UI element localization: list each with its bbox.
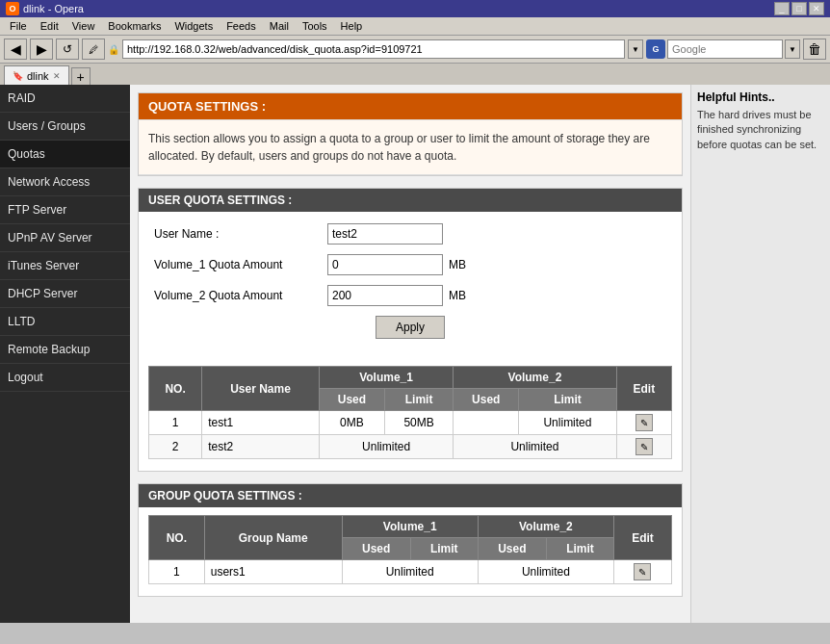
apply-button[interactable]: Apply [376, 316, 445, 339]
grow1-edit[interactable]: ✎ [613, 560, 671, 584]
user-quota-title: USER QUOTA SETTINGS : [148, 193, 292, 207]
menu-bookmarks[interactable]: Bookmarks [102, 19, 167, 33]
tab-close-button[interactable]: ✕ [53, 71, 61, 81]
volume2-unit: MB [449, 289, 466, 302]
quota-settings-title: QUOTA SETTINGS : [148, 99, 266, 114]
sidebar-item-logout[interactable]: Logout [0, 364, 130, 392]
row2-no: 2 [149, 435, 202, 459]
maximize-button[interactable]: □ [791, 2, 807, 15]
row1-v2-limit: Unlimited [519, 411, 616, 435]
address-input[interactable] [122, 39, 625, 59]
row2-edit[interactable]: ✎ [616, 435, 671, 459]
grow1-v1: Unlimited [342, 560, 478, 584]
address-lock-icon: 🔒 [108, 44, 119, 55]
browser-icon: O [6, 2, 19, 15]
minimize-button[interactable]: _ [774, 2, 790, 15]
quota-settings-header: QUOTA SETTINGS : [139, 93, 682, 119]
toolbar: ◀ ▶ ↺ 🖉 🔒 ▼ G ▼ 🗑 [0, 36, 830, 64]
address-dropdown[interactable]: ▼ [628, 39, 643, 59]
gcol-no: NO. [149, 516, 205, 560]
sidebar-item-users-groups[interactable]: Users / Groups [0, 113, 130, 141]
row1-no: 1 [149, 411, 202, 435]
row2-v2: Unlimited [454, 435, 616, 459]
sidebar-item-remote-backup[interactable]: Remote Backup [0, 336, 130, 364]
menu-bar: File Edit View Bookmarks Widgets Feeds M… [0, 17, 830, 36]
col-volume1: Volume_1 [319, 367, 453, 389]
menu-view[interactable]: View [66, 19, 101, 33]
new-tab-button[interactable]: + [71, 67, 91, 85]
title-bar: O dlink - Opera _ □ ✕ [0, 0, 830, 17]
menu-mail[interactable]: Mail [264, 19, 295, 33]
content-area: QUOTA SETTINGS : This section allows you… [130, 85, 690, 623]
close-button[interactable]: ✕ [809, 2, 824, 15]
quota-settings-description: This section allows you to assign a quot… [139, 119, 682, 175]
quota-settings-text: This section allows you to assign a quot… [148, 132, 650, 163]
row2-name: test2 [202, 435, 320, 459]
sidebar-item-dhcp-server[interactable]: DHCP Server [0, 280, 130, 308]
menu-help[interactable]: Help [335, 19, 369, 33]
user-name-label: User Name : [154, 227, 327, 241]
v1-limit-header: Limit [384, 389, 453, 411]
edit-icon[interactable]: ✎ [635, 414, 653, 431]
user-quota-table-container: NO. User Name Volume_1 Volume_2 Edit Use… [139, 358, 682, 471]
volume1-quota-input[interactable] [327, 254, 443, 275]
edit-icon-2[interactable]: ✎ [635, 438, 653, 455]
col-username: User Name [202, 367, 320, 411]
address-bar-container: 🔒 ▼ [108, 39, 643, 59]
group-quota-box: GROUP QUOTA SETTINGS : NO. Group Name Vo… [138, 483, 683, 597]
grow1-name: users1 [204, 560, 342, 584]
menu-edit[interactable]: Edit [35, 19, 65, 33]
gv2-limit-header: Limit [546, 538, 613, 560]
grow1-no: 1 [149, 560, 205, 584]
v2-used-header: Used [454, 389, 519, 411]
forward-button[interactable]: ▶ [30, 39, 53, 60]
back-button[interactable]: ◀ [4, 39, 27, 60]
search-container: G ▼ [646, 39, 800, 59]
search-input[interactable] [667, 39, 783, 59]
user-quota-box: USER QUOTA SETTINGS : User Name : Volume… [138, 188, 683, 472]
row1-v1-used: 0MB [319, 411, 384, 435]
reload-button[interactable]: ↺ [56, 39, 79, 60]
menu-tools[interactable]: Tools [297, 19, 333, 33]
v2-limit-header: Limit [519, 389, 616, 411]
table-row: 1 test1 0MB 50MB Unlimited ✎ [149, 411, 672, 435]
search-dropdown[interactable]: ▼ [785, 39, 800, 59]
user-quota-form: User Name : Volume_1 Quota Amount MB Vol… [139, 212, 682, 358]
trash-button[interactable]: 🗑 [803, 39, 826, 60]
user-name-input[interactable] [327, 223, 443, 245]
volume1-unit: MB [449, 258, 466, 271]
sidebar-item-network-access[interactable]: Network Access [0, 168, 130, 196]
sidebar-item-upnp-av-server[interactable]: UPnP AV Server [0, 224, 130, 252]
row2-v1: Unlimited [319, 435, 453, 459]
volume2-quota-input[interactable] [327, 285, 443, 306]
menu-feeds[interactable]: Feeds [220, 19, 262, 33]
row1-v2-used [454, 411, 519, 435]
row1-edit[interactable]: ✎ [616, 411, 671, 435]
sidebar-item-raid[interactable]: RAID [0, 85, 130, 113]
tab-bookmark-icon: 🔖 [13, 71, 23, 81]
sidebar: RAID Users / Groups Quotas Network Acces… [0, 85, 130, 623]
group-edit-icon[interactable]: ✎ [634, 563, 651, 580]
grow1-v2: Unlimited [478, 560, 613, 584]
gv1-limit-header: Limit [410, 538, 478, 560]
window-controls[interactable]: _ □ ✕ [774, 2, 824, 15]
wand-button[interactable]: 🖉 [82, 39, 105, 60]
window-title: dlink - Opera [23, 3, 84, 14]
sidebar-item-lltd[interactable]: LLTD [0, 308, 130, 336]
gcol-groupname: Group Name [204, 516, 342, 560]
search-logo: G [646, 39, 665, 59]
sidebar-item-quotas[interactable]: Quotas [0, 141, 130, 168]
hints-panel: Helpful Hints.. The hard drives must be … [690, 85, 830, 623]
col-no: NO. [149, 367, 202, 411]
menu-file[interactable]: File [4, 19, 33, 33]
sidebar-item-ftp-server[interactable]: FTP Server [0, 196, 130, 224]
col-edit: Edit [616, 367, 671, 411]
gcol-edit: Edit [613, 516, 671, 560]
group-quota-table-container: NO. Group Name Volume_1 Volume_2 Edit Us… [139, 507, 682, 596]
active-tab[interactable]: 🔖 dlink ✕ [4, 65, 69, 85]
sidebar-item-itunes-server[interactable]: iTunes Server [0, 252, 130, 280]
main-layout: RAID Users / Groups Quotas Network Acces… [0, 85, 830, 623]
user-quota-header: USER QUOTA SETTINGS : [139, 189, 682, 212]
menu-widgets[interactable]: Widgets [169, 19, 219, 33]
group-quota-title: GROUP QUOTA SETTINGS : [148, 489, 302, 502]
